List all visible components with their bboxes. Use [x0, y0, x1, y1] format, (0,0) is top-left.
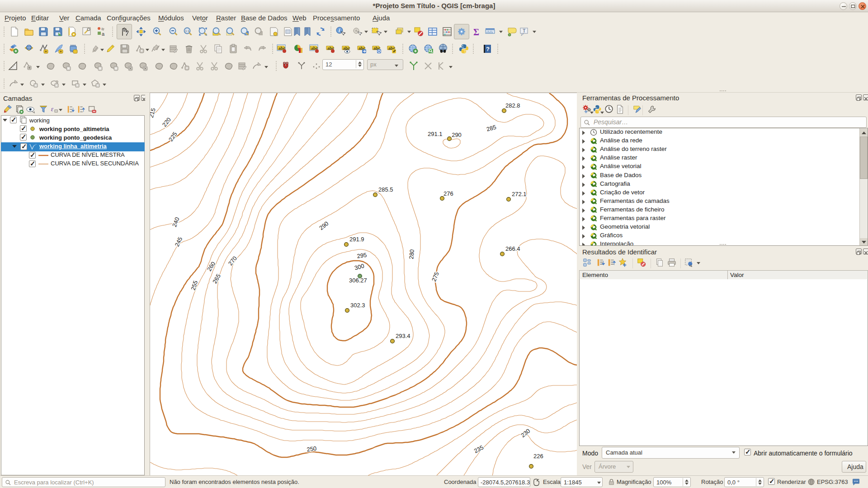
svg-text:235: 235	[473, 444, 485, 454]
svg-text:266.4: 266.4	[505, 245, 520, 252]
svg-text:285.5: 285.5	[378, 186, 393, 193]
svg-text:272.1: 272.1	[512, 191, 527, 197]
svg-text:215: 215	[150, 107, 157, 118]
svg-text:302.3: 302.3	[350, 302, 365, 309]
svg-text:300: 300	[354, 263, 365, 272]
svg-text:220: 220	[161, 116, 172, 128]
svg-text:260: 260	[206, 260, 217, 272]
svg-text:ε: ε	[51, 106, 54, 113]
svg-text:290: 290	[318, 220, 330, 231]
svg-text:225: 225	[167, 131, 179, 142]
svg-text:230: 230	[519, 427, 531, 439]
svg-text:240: 240	[171, 216, 181, 228]
svg-text:275: 275	[430, 271, 440, 282]
svg-text:280: 280	[408, 249, 415, 259]
svg-text:291.9: 291.9	[349, 236, 364, 243]
svg-text:276: 276	[443, 190, 453, 197]
svg-text:265: 265	[211, 273, 222, 285]
svg-text:250: 250	[307, 445, 317, 453]
svg-text:a: a	[102, 31, 105, 37]
svg-text:Σ: Σ	[473, 27, 479, 37]
svg-text:290: 290	[452, 131, 462, 138]
svg-text:226: 226	[533, 453, 543, 460]
svg-text:295: 295	[357, 252, 368, 260]
svg-text:abc: abc	[343, 46, 350, 51]
svg-text:282.8: 282.8	[505, 102, 520, 109]
svg-text:255: 255	[189, 280, 199, 291]
svg-text:245: 245	[174, 236, 184, 248]
svg-text:293.4: 293.4	[396, 333, 410, 339]
svg-text:T: T	[523, 28, 526, 33]
svg-text:270: 270	[227, 255, 238, 267]
svg-text:?: ?	[486, 46, 490, 52]
svg-text:291.1: 291.1	[428, 131, 443, 137]
svg-text:285: 285	[486, 124, 497, 133]
svg-text:306.27: 306.27	[349, 277, 367, 284]
svg-text:1:1: 1:1	[185, 29, 190, 33]
